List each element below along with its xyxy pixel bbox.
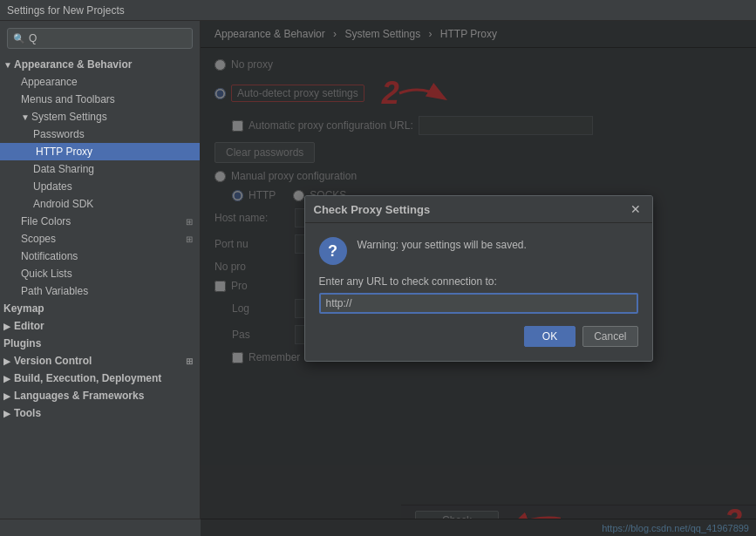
modal-url-input[interactable] [319, 293, 638, 314]
sidebar-item-system-settings[interactable]: ▼ System Settings [0, 108, 200, 126]
sidebar-label: System Settings [31, 111, 107, 123]
sidebar-item-android-sdk[interactable]: Android SDK [0, 195, 200, 213]
sidebar-item-http-proxy[interactable]: HTTP Proxy [0, 143, 200, 160]
sidebar-label: Editor [14, 320, 44, 332]
modal-ok-button[interactable]: OK [524, 326, 576, 347]
expand-icon: ▶ [3, 391, 12, 401]
modal-body: ? Warning: your settings will be saved. … [305, 223, 652, 361]
sidebar-section: ▼ Appearance & Behavior Appearance Menus… [0, 56, 200, 422]
sidebar: 🔍 ▼ Appearance & Behavior Appearance Men… [0, 21, 201, 536]
check-proxy-modal: Check Proxy Settings ✕ ? Warning: your s… [304, 195, 653, 362]
sidebar-label: Android SDK [33, 198, 93, 210]
sidebar-item-data-sharing[interactable]: Data Sharing [0, 160, 200, 178]
sidebar-item-file-colors[interactable]: File Colors ⊞ [0, 213, 200, 230]
sidebar-label: Tools [14, 407, 41, 419]
modal-cancel-button[interactable]: Cancel [582, 326, 637, 347]
modal-overlay: Check Proxy Settings ✕ ? Warning: your s… [201, 21, 756, 536]
sidebar-item-tools[interactable]: ▶ Tools [0, 404, 200, 422]
scopes-icon: ⊞ [186, 234, 193, 244]
sidebar-label: Notifications [21, 250, 78, 262]
sidebar-item-passwords[interactable]: Passwords [0, 126, 200, 143]
question-icon: ? [319, 237, 347, 265]
sidebar-label: Passwords [33, 128, 85, 140]
search-box[interactable]: 🔍 [7, 28, 193, 49]
expand-icon: ▼ [21, 112, 30, 122]
sidebar-item-quick-lists[interactable]: Quick Lists [0, 265, 200, 282]
sidebar-item-appearance[interactable]: Appearance [0, 73, 200, 91]
sidebar-label: Languages & Frameworks [14, 390, 144, 402]
modal-message-block: Warning: your settings will be saved. [358, 237, 527, 253]
sidebar-label: Data Sharing [33, 163, 94, 175]
sidebar-item-editor[interactable]: ▶ Editor [0, 317, 200, 335]
sidebar-label: File Colors [21, 215, 71, 227]
modal-icon-row: ? Warning: your settings will be saved. [319, 237, 638, 265]
modal-warning: Warning: your settings will be saved. [358, 237, 527, 253]
sidebar-item-appearance-behavior[interactable]: ▼ Appearance & Behavior [0, 56, 200, 73]
modal-buttons: OK Cancel [319, 326, 638, 347]
file-colors-icon: ⊞ [186, 217, 193, 227]
sidebar-label: Updates [33, 180, 72, 193]
content-area: Appearance & Behavior › System Settings … [201, 21, 756, 536]
sidebar-item-version-control[interactable]: ▶ Version Control ⊞ [0, 352, 200, 370]
sidebar-item-plugins[interactable]: Plugins [0, 335, 200, 352]
sidebar-label: Build, Execution, Deployment [14, 372, 161, 384]
vc-icon: ⊞ [186, 356, 193, 366]
sidebar-label: Appearance [21, 76, 78, 88]
sidebar-label: Quick Lists [21, 268, 72, 280]
modal-close-button[interactable]: ✕ [628, 201, 644, 217]
sidebar-item-path-variables[interactable]: Path Variables [0, 282, 200, 300]
sidebar-item-scopes[interactable]: Scopes ⊞ [0, 230, 200, 248]
sidebar-item-notifications[interactable]: Notifications [0, 248, 200, 265]
search-icon: 🔍 [13, 33, 25, 44]
expand-icon: ▶ [3, 374, 12, 383]
modal-title-bar: Check Proxy Settings ✕ [305, 196, 652, 223]
expand-icon: ▶ [3, 356, 12, 366]
sidebar-label: Scopes [21, 233, 56, 245]
sidebar-label: HTTP Proxy [36, 146, 92, 158]
expand-icon: ▼ [3, 60, 12, 70]
expand-icon: ▶ [3, 322, 12, 331]
sidebar-label: Version Control [14, 355, 92, 367]
expand-icon: ▶ [3, 409, 12, 418]
sidebar-item-build-exec[interactable]: ▶ Build, Execution, Deployment [0, 370, 200, 387]
search-input[interactable] [29, 32, 187, 44]
sidebar-label: Plugins [3, 337, 41, 349]
title-text: Settings for New Projects [7, 4, 125, 17]
sidebar-label: Menus and Toolbars [21, 93, 115, 105]
title-bar: Settings for New Projects [0, 0, 756, 21]
sidebar-item-updates[interactable]: Updates [0, 178, 200, 195]
modal-url-label: Enter any URL to check connection to: [319, 275, 638, 288]
sidebar-item-languages[interactable]: ▶ Languages & Frameworks [0, 387, 200, 404]
sidebar-label: Path Variables [21, 285, 88, 297]
sidebar-item-menus-toolbars[interactable]: Menus and Toolbars [0, 91, 200, 108]
modal-title: Check Proxy Settings [314, 203, 431, 216]
sidebar-label: Keymap [3, 302, 44, 315]
sidebar-item-keymap[interactable]: Keymap [0, 300, 200, 317]
sidebar-label: Appearance & Behavior [14, 58, 132, 71]
